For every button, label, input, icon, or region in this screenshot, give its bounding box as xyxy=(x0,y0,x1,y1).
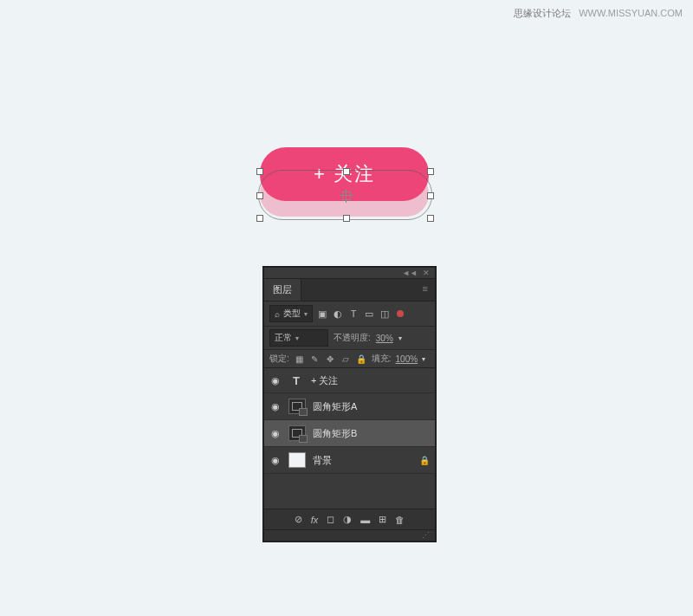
panel-bottom-toolbar: ⊘ fx ◻ ◑ ▬ ⊞ 🗑 xyxy=(264,509,435,529)
blend-mode-value: 正常 xyxy=(275,332,292,344)
lock-label: 锁定: xyxy=(269,353,289,365)
opacity-label: 不透明度: xyxy=(334,332,371,344)
fx-icon[interactable]: fx xyxy=(311,515,319,525)
filter-image-icon[interactable]: ▣ xyxy=(316,308,328,320)
lock-pixels-icon[interactable]: ▦ xyxy=(294,353,305,365)
lock-fill-row: 锁定: ▦ ✎ ✥ ▱ 🔒 填充: 100% ▾ xyxy=(264,350,435,368)
layers-panel: ◄◄ ✕ 图层 ≡ ⌕ 类型 ▾ ▣ ◐ T ▭ ◫ 正常 ▾ 不透明度: 30… xyxy=(263,267,436,541)
filter-toggle[interactable] xyxy=(394,308,406,320)
layer-name[interactable]: + 关注 xyxy=(311,374,430,387)
filter-shape-icon[interactable]: ▭ xyxy=(363,308,375,320)
blend-opacity-row: 正常 ▾ 不透明度: 30% ▾ xyxy=(264,327,435,350)
lock-icon[interactable]: 🔒 xyxy=(419,456,430,465)
layer-name[interactable]: 圆角矩形B xyxy=(313,427,430,440)
search-icon: ⌕ xyxy=(275,309,280,319)
layer-filter-row: ⌕ 类型 ▾ ▣ ◐ T ▭ ◫ xyxy=(264,302,435,327)
canvas-stage: + 关注 xyxy=(260,147,433,225)
handle-tr[interactable] xyxy=(427,168,434,175)
layer-row-text[interactable]: ◉ T + 关注 xyxy=(264,368,435,393)
bg-thumb-icon xyxy=(288,452,306,468)
watermark: 思缘设计论坛 WWW.MISSYUAN.COM xyxy=(514,7,683,20)
text-thumb-icon: T xyxy=(288,373,304,387)
filter-type-select[interactable]: ⌕ 类型 ▾ xyxy=(269,305,313,322)
adjustment-icon[interactable]: ◑ xyxy=(343,514,352,525)
lock-all-icon[interactable]: 🔒 xyxy=(356,353,367,365)
collapse-icon[interactable]: ◄◄ xyxy=(402,269,418,277)
chevron-down-icon: ▾ xyxy=(295,334,299,342)
new-layer-icon[interactable]: ⊞ xyxy=(379,514,386,525)
link-icon[interactable]: ⊘ xyxy=(295,514,302,525)
handle-br[interactable] xyxy=(427,215,434,222)
shape-thumb-icon xyxy=(288,425,306,441)
filter-text-icon[interactable]: T xyxy=(347,308,359,320)
lock-position-icon[interactable]: ✥ xyxy=(325,353,336,365)
panel-tabs: 图层 ≡ xyxy=(264,279,435,302)
layers-list: ◉ T + 关注 ◉ 圆角矩形A ◉ 圆角矩形B ◉ 背景 🔒 xyxy=(264,368,435,509)
selection-box[interactable] xyxy=(258,170,432,220)
filter-smart-icon[interactable]: ◫ xyxy=(379,308,391,320)
layers-tab[interactable]: 图层 xyxy=(264,279,301,301)
visibility-icon[interactable]: ◉ xyxy=(269,428,282,439)
lock-artboard-icon[interactable]: ▱ xyxy=(340,353,352,365)
anchor-center[interactable] xyxy=(342,191,351,200)
watermark-en: WWW.MISSYUAN.COM xyxy=(579,8,683,18)
layer-name[interactable]: 圆角矩形A xyxy=(313,400,430,413)
visibility-icon[interactable]: ◉ xyxy=(269,401,282,412)
chevron-down-icon: ▾ xyxy=(304,310,308,318)
panel-menu-icon[interactable]: ≡ xyxy=(416,279,435,301)
mask-icon[interactable]: ◻ xyxy=(327,514,334,525)
filter-type-label: 类型 xyxy=(283,308,301,320)
blend-mode-select[interactable]: 正常 ▾ xyxy=(269,329,328,347)
handle-tl[interactable] xyxy=(256,168,263,175)
filter-adjust-icon[interactable]: ◐ xyxy=(332,308,344,320)
resize-grip-icon[interactable]: ⋰ xyxy=(422,531,430,540)
trash-icon[interactable]: 🗑 xyxy=(395,515,405,525)
lock-brush-icon[interactable]: ✎ xyxy=(309,353,321,365)
fill-value[interactable]: 100% xyxy=(396,354,418,364)
handle-tm[interactable] xyxy=(343,168,350,175)
chevron-down-icon[interactable]: ▾ xyxy=(398,334,402,342)
layers-spacer xyxy=(264,474,435,509)
shape-thumb-icon xyxy=(288,399,306,414)
close-icon[interactable]: ✕ xyxy=(423,269,430,277)
chevron-down-icon[interactable]: ▾ xyxy=(422,355,425,363)
opacity-value[interactable]: 30% xyxy=(376,334,393,343)
layer-name[interactable]: 背景 xyxy=(313,454,412,467)
handle-mr[interactable] xyxy=(427,192,434,199)
layer-row-background[interactable]: ◉ 背景 🔒 xyxy=(264,447,435,474)
visibility-icon[interactable]: ◉ xyxy=(269,375,282,386)
layer-row-shape-a[interactable]: ◉ 圆角矩形A xyxy=(264,393,435,420)
panel-topbar: ◄◄ ✕ xyxy=(264,268,435,279)
handle-ml[interactable] xyxy=(256,192,263,199)
fill-label: 填充: xyxy=(372,353,392,365)
watermark-cn: 思缘设计论坛 xyxy=(514,8,571,18)
panel-footer: ⋰ xyxy=(264,529,435,541)
handle-bl[interactable] xyxy=(256,215,263,222)
group-icon[interactable]: ▬ xyxy=(360,515,370,525)
visibility-icon[interactable]: ◉ xyxy=(269,455,282,466)
handle-bm[interactable] xyxy=(343,215,350,222)
layer-row-shape-b[interactable]: ◉ 圆角矩形B xyxy=(264,420,435,447)
